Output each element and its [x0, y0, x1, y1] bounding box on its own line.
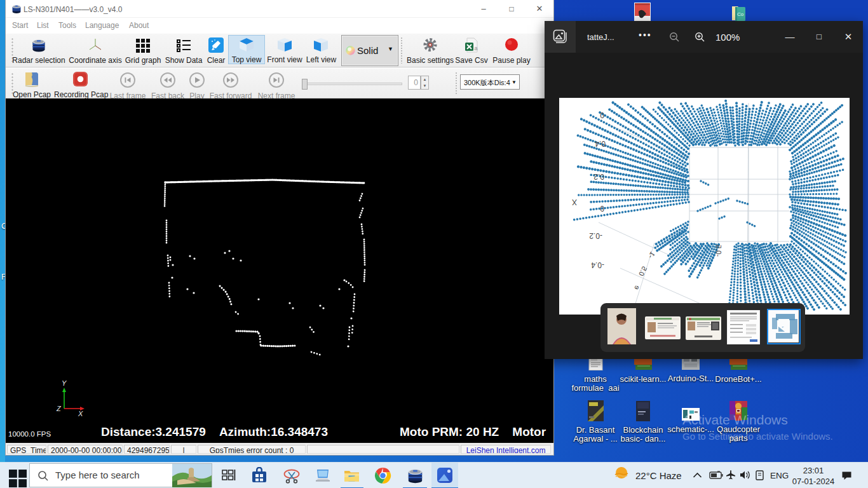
svg-text:Y: Y [62, 379, 67, 387]
svg-text:-0.4: -0.4 [591, 261, 604, 269]
svg-text:X: X [572, 198, 577, 207]
svg-text:0: 0 [600, 204, 604, 213]
svg-text:0: 0 [600, 111, 604, 119]
svg-text:-0.2: -0.2 [589, 231, 602, 240]
svg-text:X: X [78, 410, 83, 417]
svg-text:a: a [474, 45, 477, 51]
svg-text:Z: Z [56, 405, 62, 412]
svg-text:-0.5: -0.5 [715, 245, 722, 257]
svg-text:0.2: 0.2 [593, 172, 604, 181]
svg-text:0.4: 0.4 [595, 139, 606, 148]
svg-text:Co: Co [737, 11, 744, 17]
